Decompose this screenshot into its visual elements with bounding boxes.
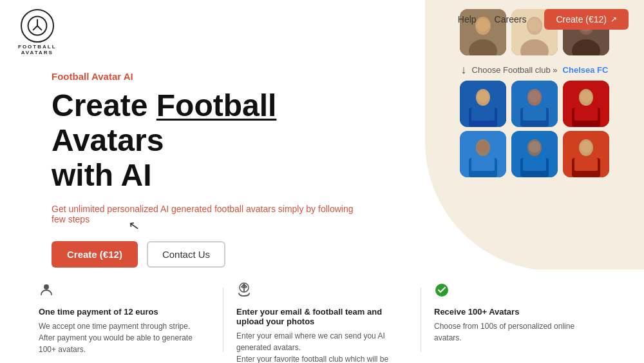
nav-careers[interactable]: Careers: [495, 14, 527, 25]
avatar-football-2: [511, 81, 558, 127]
divider-2: [421, 288, 421, 352]
svg-rect-16: [471, 108, 495, 121]
hero-title-football: Football: [156, 88, 277, 123]
hero-create-button[interactable]: Create (€12): [52, 241, 138, 268]
nav-create-button[interactable]: Create (€12) ↗: [544, 9, 629, 30]
svg-point-43: [44, 284, 49, 289]
feature-upload-desc: Enter your email where we can send you A…: [236, 330, 395, 363]
choose-club-label: Choose Football club »: [472, 65, 558, 75]
feature-upload: Enter your email & football team and upl…: [236, 282, 408, 363]
person-icon: [39, 282, 197, 302]
avatar-football-1: [460, 81, 506, 127]
svg-point-37: [529, 141, 540, 153]
svg-point-17: [477, 91, 489, 103]
hero-title: Create Football Avatarswith AI: [52, 88, 361, 192]
features-section: One time payment of 12 euros We accept o…: [0, 270, 644, 363]
hero-section: Football Avatar AI Create Football Avata…: [52, 71, 361, 268]
feature-receive-title: Receive 100+ Avatars: [434, 307, 592, 317]
logo: FOOTBALL AVATARS: [18, 9, 57, 55]
svg-point-42: [580, 141, 592, 153]
check-icon: [434, 282, 592, 302]
hero-title-part1: Create: [52, 88, 156, 123]
arrow-icon: ↗: [611, 15, 617, 24]
upload-icon: [236, 282, 395, 302]
choose-club-value: Chelsea FC: [563, 65, 609, 75]
feature-receive: Receive 100+ Avatars Choose from 100s of…: [434, 282, 605, 344]
hero-contact-button[interactable]: Contact Us: [147, 241, 225, 268]
avatar-football-3: [563, 81, 609, 127]
svg-point-22: [529, 91, 540, 103]
svg-rect-21: [523, 108, 546, 121]
hero-subtitle: Football Avatar AI: [52, 71, 361, 82]
svg-rect-26: [574, 108, 598, 121]
svg-rect-41: [574, 158, 598, 171]
choose-club-row: ↓ Choose Football club » Chelsea FC: [461, 63, 609, 77]
logo-text-top: FOOTBALL: [18, 44, 57, 50]
logo-circle: [21, 9, 54, 43]
right-panel: ↓ Choose Football club » Chelsea FC: [425, 0, 644, 271]
avatar-football-4: [460, 131, 506, 177]
divider-1: [223, 288, 223, 352]
hero-title-part2: Avatarswith AI: [52, 123, 164, 192]
avatar-football-6: [563, 131, 609, 177]
logo-text-bottom: AVATARS: [21, 50, 53, 55]
hero-description: Get unlimited personalized AI generated …: [52, 204, 361, 224]
hero-buttons: Create (€12) Contact Us: [52, 241, 361, 268]
feature-upload-title: Enter your email & football team and upl…: [236, 307, 395, 326]
svg-point-27: [580, 91, 592, 103]
svg-rect-31: [471, 158, 495, 171]
middle-avatar-row: [447, 81, 622, 127]
navbar: Help Careers Create (€12) ↗: [442, 0, 644, 39]
nav-help[interactable]: Help: [458, 14, 477, 25]
avatar-football-5: [511, 131, 558, 177]
down-arrow-icon: ↓: [461, 63, 467, 77]
svg-rect-36: [523, 158, 546, 171]
svg-point-32: [477, 141, 489, 153]
feature-payment-desc: We accept one time payment through strip…: [39, 320, 197, 355]
feature-payment-title: One time payment of 12 euros: [39, 307, 197, 317]
bottom-avatar-row: [447, 131, 622, 177]
feature-receive-desc: Choose from 100s of personalized online …: [434, 320, 592, 344]
feature-payment: One time payment of 12 euros We accept o…: [39, 282, 210, 355]
